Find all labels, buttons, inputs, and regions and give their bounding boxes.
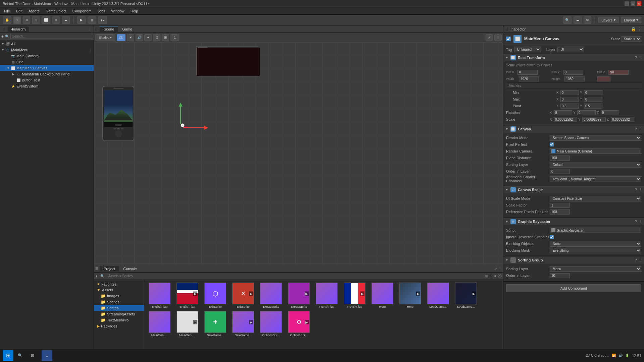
hierarchy-item-canvas[interactable]: ▼ ⬜ MainMenu Canvas [0, 65, 94, 71]
raycaster-help-btn[interactable]: ? [635, 220, 637, 224]
sortgroup-overflow-btn[interactable]: ⋮ [638, 258, 642, 262]
taskbar-taskview[interactable]: ⊡ [27, 350, 38, 361]
canvas-help-btn[interactable]: ? [635, 127, 637, 131]
taskbar-unity[interactable]: U [42, 350, 52, 361]
sidebar-packages[interactable]: ▶ Packages [94, 323, 144, 329]
project-collapse-btn[interactable]: ⤢ [494, 267, 497, 270]
hierarchy-item-buttontest[interactable]: ⬜ Button Test [0, 77, 94, 83]
add-component-button[interactable]: Add Component [506, 284, 641, 292]
step-button[interactable]: ⏭ [98, 16, 107, 24]
project-star-btn[interactable]: ★ [494, 274, 497, 278]
minimize-button[interactable]: — [625, 1, 629, 6]
width-input[interactable] [519, 76, 539, 81]
sortgroup-layer-dropdown[interactable]: Menu [550, 266, 641, 272]
anchor-max-y[interactable] [584, 97, 602, 102]
static-dropdown[interactable]: Static ▾ [622, 36, 641, 42]
scene-fx-btn[interactable]: ✦ [144, 34, 152, 41]
asset-extras-2[interactable]: ▶ ExtrasSprite [286, 283, 311, 308]
hierarchy-item-maincamera[interactable]: 📷 Main Camera [0, 53, 94, 59]
scale-x[interactable] [554, 117, 577, 122]
asset-play-icon-ex2[interactable]: ▶ [249, 291, 253, 296]
asset-extras-1[interactable]: ExtrasSprite [258, 283, 284, 308]
scale-y[interactable] [582, 117, 606, 122]
sidebar-favorites[interactable]: ★ Favorites [94, 281, 144, 287]
sidebar-sprites[interactable]: 📁 Sprites [94, 305, 144, 311]
blockmask-dropdown[interactable]: Everything [550, 248, 641, 253]
asset-englishflag-2[interactable]: ▶ EnglishFlag [175, 283, 200, 308]
asset-mainmenu-1[interactable]: MainMenu... [147, 311, 172, 337]
menu-assets[interactable]: Assets [26, 8, 42, 14]
hierarchy-item-bgpanel[interactable]: ▶ ▭ MainMenu Background Panel [0, 71, 94, 77]
transform-x-arrow[interactable] [181, 124, 208, 132]
cloud-button[interactable]: ☁ [574, 16, 582, 24]
close-button[interactable]: ✕ [637, 1, 641, 6]
height-extra-input[interactable] [597, 76, 610, 81]
layout-dropdown[interactable]: Layout ▾ [621, 17, 641, 23]
project-view-btn1[interactable]: ⊞ [485, 274, 488, 278]
sidebar-assets[interactable]: ▼ Assets [94, 287, 144, 293]
rendercam-objref[interactable]: Main Camera (Camera) [550, 148, 641, 154]
asset-play-icon-ef2[interactable]: ▶ [193, 291, 197, 296]
asset-play-icon-ng[interactable]: ▶ [249, 320, 253, 324]
hierarchy-menu-btn[interactable]: ⋮ [88, 27, 91, 31]
hierarchy-item-mainmenu[interactable]: ▼ ⬡ MainMenu ⋮ [0, 47, 94, 53]
scaler-help-btn[interactable]: ? [635, 188, 637, 192]
hierarchy-tab[interactable]: Hierarchy [8, 26, 29, 32]
asset-englishflag-1[interactable]: EnglishFlag [147, 283, 172, 308]
canvas-header[interactable]: ▼ ⬜ Canvas ? ⋮ [503, 125, 644, 133]
pixelperfect-checkbox[interactable] [550, 142, 554, 146]
tab-scene[interactable]: Scene [100, 26, 118, 32]
search-button[interactable]: 🔍 [563, 16, 572, 24]
menu-component[interactable]: Component [69, 8, 94, 14]
posy-input[interactable] [563, 70, 583, 75]
asset-play-icon-lg[interactable]: ▶ [472, 291, 476, 296]
asset-loadgame-1[interactable]: LoadGame... [426, 283, 451, 308]
planedist-input[interactable] [550, 156, 570, 161]
posx-input[interactable] [517, 70, 538, 75]
maximize-button[interactable]: □ [631, 1, 635, 6]
object-active-checkbox[interactable] [506, 37, 511, 41]
asset-loadgame-2[interactable]: ▶ LoadGame... [453, 283, 479, 308]
scene-gizmo-btn[interactable]: ⊡ [153, 34, 160, 41]
sidebar-textmeshpro[interactable]: 📁 TextMeshPro [94, 317, 144, 323]
toolbar-transform-all[interactable]: ⊕ [52, 16, 60, 24]
scaler-overflow-btn[interactable]: ⋮ [638, 188, 642, 192]
asset-exitsprite-2[interactable]: ✕ ▶ ExitSprite [231, 283, 256, 308]
tag-dropdown[interactable]: Untagged [514, 47, 541, 52]
anchor-min-y[interactable] [584, 90, 602, 95]
project-add-btn[interactable]: + [95, 274, 98, 279]
inspector-lock-btn[interactable]: 🔒 [631, 27, 636, 32]
raycaster-overflow-btn[interactable]: ⋮ [638, 220, 642, 224]
start-button[interactable]: ⊞ [3, 350, 13, 361]
inspector-more-btn[interactable]: ⋮ [637, 27, 641, 32]
scene-maximize-btn[interactable]: ⤢ [486, 34, 493, 41]
asset-frenchflag-1[interactable]: FrenchFlag [314, 283, 339, 308]
rot-z[interactable] [601, 110, 619, 115]
blocking-dropdown[interactable]: None [550, 241, 641, 247]
asset-newgame-1[interactable]: + NewGame... [203, 311, 228, 337]
sortgroup-order-input[interactable] [550, 273, 570, 278]
asset-hero-2[interactable]: ▶ Hero [398, 283, 423, 308]
layers-dropdown[interactable]: Layers ▾ [598, 17, 619, 23]
toolbar-move[interactable]: ✛ [13, 16, 21, 24]
asset-play-icon-op[interactable]: ▶ [305, 320, 309, 324]
menu-edit[interactable]: Edit [13, 8, 25, 14]
canvas-sortlayer-dropdown[interactable]: Default [550, 162, 641, 168]
play-button[interactable]: ▶ [77, 16, 86, 24]
rot-x[interactable] [554, 110, 572, 115]
hierarchy-item-eventsystem[interactable]: ⚡ EventSystem [0, 83, 94, 89]
posz-input[interactable] [608, 70, 629, 75]
scene-2d-btn[interactable]: 2D [117, 34, 126, 41]
project-view-btn2[interactable]: ☰ [489, 274, 492, 278]
transform-center[interactable] [180, 123, 185, 128]
toolbar-rotate[interactable]: ↻ [23, 16, 30, 24]
pivot-y[interactable] [584, 104, 602, 109]
addshader-dropdown[interactable]: TexCoord1, Normal, Tangent [550, 176, 641, 182]
scene-view[interactable] [94, 42, 503, 265]
hierarchy-item-all[interactable]: ▼ 🎬 All [0, 41, 94, 47]
asset-frenchflag-2[interactable]: ▶ FrenchFlag [342, 283, 367, 308]
sidebar-scenes[interactable]: 📁 Scenes [94, 299, 144, 305]
scene-camera-speed[interactable]: 1 [170, 34, 179, 41]
anchor-max-x[interactable] [560, 97, 579, 102]
scalefactor-input[interactable] [550, 203, 570, 208]
